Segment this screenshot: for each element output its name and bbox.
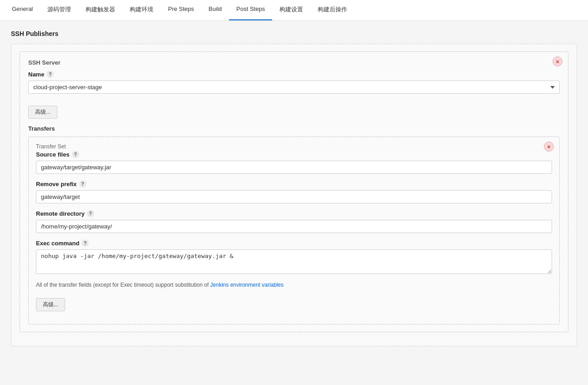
source-files-field-group: Source files ? (36, 151, 552, 174)
transfer-close-icon: × (547, 144, 551, 150)
remove-prefix-field-group: Remove prefix ? (36, 180, 552, 203)
source-files-help-icon[interactable]: ? (72, 151, 79, 158)
source-files-input[interactable] (36, 161, 552, 174)
jenkins-env-vars-link[interactable]: Jenkins environment variables (210, 282, 284, 288)
remote-directory-input[interactable] (36, 220, 552, 233)
exec-command-field-group: Exec command ? nohup java -jar /home/my-… (36, 239, 552, 275)
tab-bar: General 源码管理 构建触发器 构建环境 Pre Steps Build … (0, 0, 588, 21)
remote-directory-help-icon[interactable]: ? (87, 210, 94, 217)
close-icon: × (556, 59, 559, 65)
info-text: All of the transfer fields (except for E… (36, 282, 552, 288)
transfer-set-box: × Transfer Set Source files ? Remove pre… (28, 137, 560, 324)
name-label: Name (28, 71, 44, 78)
remote-directory-label-row: Remote directory ? (36, 210, 552, 217)
ssh-server-advanced-button[interactable]: 高级... (28, 106, 57, 119)
ssh-server-box: × SSH Server Name ? cloud-project-server… (20, 51, 568, 332)
remote-directory-field-group: Remote directory ? (36, 210, 552, 233)
server-name-select[interactable]: cloud-project-server-stage (28, 81, 560, 94)
transfer-set-close-button[interactable]: × (544, 142, 554, 152)
ssh-server-header: SSH Server (28, 59, 560, 66)
exec-command-textarea[interactable]: nohup java -jar /home/my-project/gateway… (36, 249, 552, 274)
tab-post-build[interactable]: 构建后操作 (310, 0, 355, 20)
name-field-group: Name ? cloud-project-server-stage (28, 71, 560, 94)
tab-source-mgmt[interactable]: 源码管理 (40, 0, 78, 20)
tab-post-steps[interactable]: Post Steps (229, 0, 272, 20)
remote-directory-label: Remote directory (36, 210, 85, 217)
exec-command-label: Exec command (36, 240, 79, 247)
remove-prefix-help-icon[interactable]: ? (79, 180, 86, 187)
transfer-set-header: Transfer Set (36, 143, 552, 150)
transfers-label: Transfers (28, 125, 560, 132)
exec-command-label-row: Exec command ? (36, 239, 552, 247)
ssh-publishers-title: SSH Publishers (11, 30, 577, 37)
tab-pre-steps[interactable]: Pre Steps (161, 0, 201, 20)
tab-build-settings[interactable]: 构建设置 (272, 0, 310, 20)
source-files-label: Source files (36, 151, 70, 158)
remove-prefix-label: Remove prefix (36, 181, 77, 187)
source-files-label-row: Source files ? (36, 151, 552, 158)
remove-prefix-input[interactable] (36, 190, 552, 203)
ssh-server-outer-box: × SSH Server Name ? cloud-project-server… (11, 44, 577, 346)
remove-prefix-label-row: Remove prefix ? (36, 180, 552, 187)
ssh-server-close-button[interactable]: × (553, 56, 563, 66)
tab-build[interactable]: Build (201, 0, 229, 20)
name-label-row: Name ? (28, 71, 560, 78)
tab-build-env[interactable]: 构建环境 (122, 0, 161, 20)
main-content: SSH Publishers × SSH Server Name ? cloud… (0, 21, 588, 385)
info-text-before: All of the transfer fields (except for E… (36, 282, 210, 288)
name-help-icon[interactable]: ? (46, 71, 54, 78)
transfer-set-advanced-button[interactable]: 高级... (36, 298, 65, 311)
exec-command-help-icon[interactable]: ? (81, 239, 89, 247)
tab-general[interactable]: General (5, 0, 40, 20)
tab-build-trigger[interactable]: 构建触发器 (78, 0, 122, 20)
